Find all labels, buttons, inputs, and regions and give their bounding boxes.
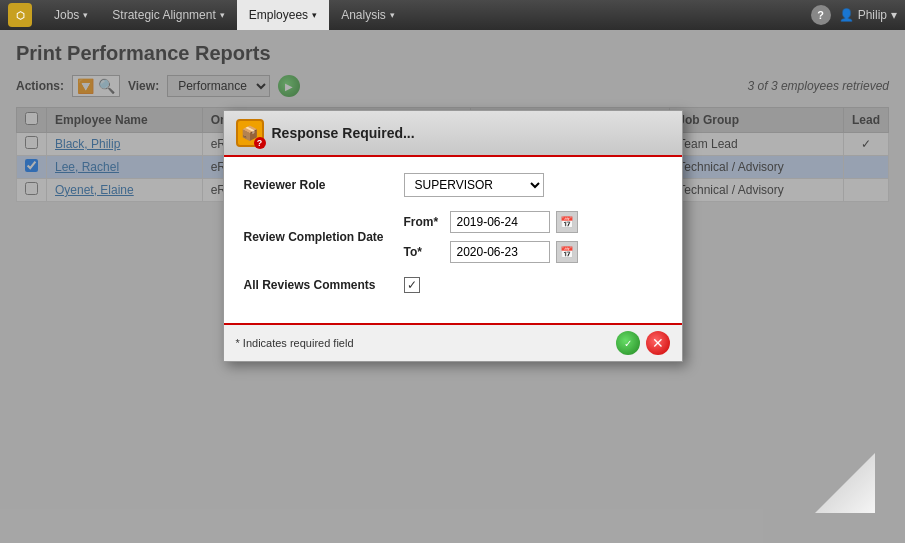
comments-label: All Reviews Comments xyxy=(244,278,404,292)
footer-buttons: ✓ ✕ xyxy=(616,331,670,355)
to-calendar-button[interactable]: 📅 xyxy=(556,241,578,263)
from-calendar-button[interactable]: 📅 xyxy=(556,211,578,233)
user-arrow: ▾ xyxy=(891,8,897,22)
nav-jobs[interactable]: Jobs ▾ xyxy=(42,0,100,30)
reviewer-role-select[interactable]: SUPERVISOR xyxy=(404,173,544,197)
nav-strategic-label: Strategic Alignment xyxy=(112,8,215,22)
modal-icon: 📦 ? xyxy=(236,119,264,147)
help-button[interactable]: ? xyxy=(811,5,831,25)
nav-analysis-arrow: ▾ xyxy=(390,10,395,20)
nav-strategic-alignment[interactable]: Strategic Alignment ▾ xyxy=(100,0,236,30)
review-date-label: Review Completion Date xyxy=(244,230,404,244)
nav-strategic-arrow: ▾ xyxy=(220,10,225,20)
nav-employees[interactable]: Employees ▾ xyxy=(237,0,329,30)
modal-title: Response Required... xyxy=(272,125,415,141)
question-badge: ? xyxy=(254,137,266,149)
nav-right: ? 👤 Philip ▾ xyxy=(811,5,897,25)
date-group: From* 📅 To* 📅 xyxy=(404,211,578,263)
comments-control xyxy=(404,277,662,293)
from-date-input[interactable] xyxy=(450,211,550,233)
nav-analysis-label: Analysis xyxy=(341,8,386,22)
from-label: From* xyxy=(404,215,444,229)
review-date-row: Review Completion Date From* 📅 To* xyxy=(244,211,662,263)
nav-analysis[interactable]: Analysis ▾ xyxy=(329,0,407,30)
response-required-modal: 📦 ? Response Required... Reviewer Role S… xyxy=(223,110,683,362)
comments-checkbox[interactable] xyxy=(404,277,420,293)
to-date-row: To* 📅 xyxy=(404,241,578,263)
required-note: * Indicates required field xyxy=(236,337,354,349)
modal-overlay: 📦 ? Response Required... Reviewer Role S… xyxy=(0,30,905,543)
review-date-control: From* 📅 To* 📅 xyxy=(404,211,662,263)
to-date-input[interactable] xyxy=(450,241,550,263)
modal-header: 📦 ? Response Required... xyxy=(224,111,682,157)
main-content: Print Performance Reports Actions: 🔽 🔍 V… xyxy=(0,30,905,543)
nav-employees-arrow: ▾ xyxy=(312,10,317,20)
nav-employees-label: Employees xyxy=(249,8,308,22)
to-label: To* xyxy=(404,245,444,259)
app-logo[interactable]: ⬡ xyxy=(8,3,32,27)
top-nav: ⬡ Jobs ▾ Strategic Alignment ▾ Employees… xyxy=(0,0,905,30)
reviewer-role-control: SUPERVISOR xyxy=(404,173,662,197)
reviewer-role-row: Reviewer Role SUPERVISOR xyxy=(244,173,662,197)
cancel-button[interactable]: ✕ xyxy=(646,331,670,355)
modal-body: Reviewer Role SUPERVISOR Review Completi… xyxy=(224,157,682,323)
user-icon: 👤 xyxy=(839,8,854,22)
from-date-row: From* 📅 xyxy=(404,211,578,233)
comments-row: All Reviews Comments xyxy=(244,277,662,293)
modal-footer: * Indicates required field ✓ ✕ xyxy=(224,323,682,361)
ok-button[interactable]: ✓ xyxy=(616,331,640,355)
user-name: Philip xyxy=(858,8,887,22)
nav-jobs-arrow: ▾ xyxy=(83,10,88,20)
reviewer-role-label: Reviewer Role xyxy=(244,178,404,192)
user-menu[interactable]: 👤 Philip ▾ xyxy=(839,8,897,22)
nav-jobs-label: Jobs xyxy=(54,8,79,22)
